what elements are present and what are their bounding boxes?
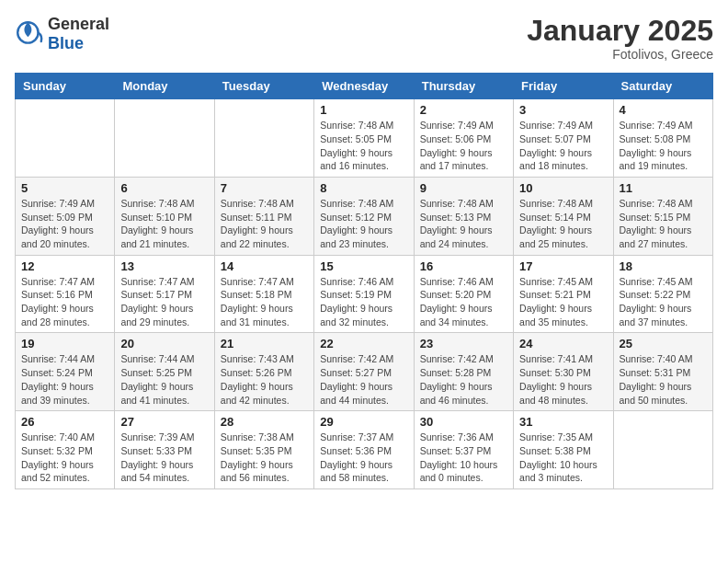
day-number: 23: [420, 337, 507, 350]
table-row: 29Sunrise: 7:37 AM Sunset: 5:36 PM Dayli…: [314, 411, 414, 489]
day-number: 28: [221, 415, 308, 429]
logo-general-text: General: [48, 15, 109, 33]
table-row: 19Sunrise: 7:44 AM Sunset: 5:24 PM Dayli…: [16, 333, 115, 411]
header-sunday: Sunday: [16, 74, 115, 99]
day-info: Sunrise: 7:49 AM Sunset: 5:09 PM Dayligh…: [21, 197, 108, 251]
day-number: 21: [221, 337, 308, 350]
day-info: Sunrise: 7:47 AM Sunset: 5:18 PM Dayligh…: [221, 275, 308, 329]
table-row: 3Sunrise: 7:49 AM Sunset: 5:07 PM Daylig…: [514, 99, 613, 178]
title-block: January 2025 Fotolivos, Greece: [527, 15, 713, 62]
table-row: 7Sunrise: 7:48 AM Sunset: 5:11 PM Daylig…: [214, 177, 313, 255]
day-info: Sunrise: 7:46 AM Sunset: 5:19 PM Dayligh…: [320, 275, 407, 329]
header: General Blue January 2025 Fotolivos, Gre…: [15, 15, 713, 62]
day-number: 8: [320, 181, 407, 195]
table-row: 27Sunrise: 7:39 AM Sunset: 5:33 PM Dayli…: [115, 411, 214, 489]
day-number: 29: [320, 415, 407, 429]
table-row: 17Sunrise: 7:45 AM Sunset: 5:21 PM Dayli…: [514, 255, 613, 333]
day-info: Sunrise: 7:42 AM Sunset: 5:28 PM Dayligh…: [420, 352, 507, 407]
table-row: 25Sunrise: 7:40 AM Sunset: 5:31 PM Dayli…: [613, 333, 712, 411]
table-row: 21Sunrise: 7:43 AM Sunset: 5:26 PM Dayli…: [214, 333, 313, 411]
table-row: 15Sunrise: 7:46 AM Sunset: 5:19 PM Dayli…: [314, 255, 414, 333]
calendar-week-row: 12Sunrise: 7:47 AM Sunset: 5:16 PM Dayli…: [16, 255, 713, 333]
table-row: 23Sunrise: 7:42 AM Sunset: 5:28 PM Dayli…: [414, 333, 513, 411]
day-number: 3: [519, 103, 607, 117]
day-number: 17: [519, 259, 607, 273]
logo-icon: [15, 19, 44, 49]
day-number: 27: [120, 415, 208, 429]
table-row: 24Sunrise: 7:41 AM Sunset: 5:30 PM Dayli…: [514, 333, 613, 411]
day-info: Sunrise: 7:49 AM Sunset: 5:08 PM Dayligh…: [620, 119, 707, 173]
day-number: 20: [120, 337, 208, 350]
day-number: 1: [320, 103, 407, 117]
header-saturday: Saturday: [613, 74, 712, 99]
header-friday: Friday: [514, 74, 613, 99]
day-info: Sunrise: 7:35 AM Sunset: 5:38 PM Dayligh…: [519, 431, 607, 485]
day-number: 22: [320, 337, 407, 350]
day-info: Sunrise: 7:48 AM Sunset: 5:12 PM Dayligh…: [320, 197, 407, 251]
day-info: Sunrise: 7:45 AM Sunset: 5:22 PM Dayligh…: [620, 275, 707, 329]
day-number: 10: [519, 181, 607, 195]
calendar-week-row: 1Sunrise: 7:48 AM Sunset: 5:05 PM Daylig…: [16, 99, 713, 178]
table-row: 14Sunrise: 7:47 AM Sunset: 5:18 PM Dayli…: [214, 255, 313, 333]
day-info: Sunrise: 7:49 AM Sunset: 5:06 PM Dayligh…: [420, 119, 507, 173]
day-number: 14: [221, 259, 308, 273]
day-info: Sunrise: 7:37 AM Sunset: 5:36 PM Dayligh…: [320, 431, 407, 485]
calendar-week-row: 26Sunrise: 7:40 AM Sunset: 5:32 PM Dayli…: [16, 411, 713, 489]
table-row: 5Sunrise: 7:49 AM Sunset: 5:09 PM Daylig…: [16, 177, 115, 255]
table-row: 28Sunrise: 7:38 AM Sunset: 5:35 PM Dayli…: [214, 411, 313, 489]
day-number: 16: [420, 259, 507, 273]
day-info: Sunrise: 7:48 AM Sunset: 5:14 PM Dayligh…: [519, 197, 607, 251]
table-row: [214, 99, 313, 178]
day-number: 18: [620, 259, 707, 273]
day-info: Sunrise: 7:48 AM Sunset: 5:05 PM Dayligh…: [320, 119, 407, 173]
day-info: Sunrise: 7:44 AM Sunset: 5:25 PM Dayligh…: [120, 352, 208, 407]
table-row: 30Sunrise: 7:36 AM Sunset: 5:37 PM Dayli…: [414, 411, 513, 489]
day-info: Sunrise: 7:44 AM Sunset: 5:24 PM Dayligh…: [21, 352, 108, 407]
table-row: 22Sunrise: 7:42 AM Sunset: 5:27 PM Dayli…: [314, 333, 414, 411]
table-row: [16, 99, 115, 178]
day-info: Sunrise: 7:40 AM Sunset: 5:31 PM Dayligh…: [620, 352, 707, 407]
day-number: 7: [221, 181, 308, 195]
day-number: 6: [120, 181, 208, 195]
table-row: 8Sunrise: 7:48 AM Sunset: 5:12 PM Daylig…: [314, 177, 414, 255]
day-info: Sunrise: 7:43 AM Sunset: 5:26 PM Dayligh…: [221, 352, 308, 407]
day-number: 4: [620, 103, 707, 117]
header-tuesday: Tuesday: [214, 74, 313, 99]
calendar-week-row: 5Sunrise: 7:49 AM Sunset: 5:09 PM Daylig…: [16, 177, 713, 255]
day-number: 19: [21, 337, 108, 350]
table-row: 2Sunrise: 7:49 AM Sunset: 5:06 PM Daylig…: [414, 99, 513, 178]
header-wednesday: Wednesday: [314, 74, 414, 99]
table-row: 18Sunrise: 7:45 AM Sunset: 5:22 PM Dayli…: [613, 255, 712, 333]
day-number: 13: [120, 259, 208, 273]
day-info: Sunrise: 7:40 AM Sunset: 5:32 PM Dayligh…: [21, 431, 108, 485]
day-number: 31: [519, 415, 607, 429]
day-info: Sunrise: 7:38 AM Sunset: 5:35 PM Dayligh…: [221, 431, 308, 485]
day-number: 11: [620, 181, 707, 195]
header-thursday: Thursday: [414, 74, 513, 99]
day-info: Sunrise: 7:48 AM Sunset: 5:10 PM Dayligh…: [120, 197, 208, 251]
day-number: 9: [420, 181, 507, 195]
day-info: Sunrise: 7:39 AM Sunset: 5:33 PM Dayligh…: [120, 431, 208, 485]
day-number: 25: [620, 337, 707, 350]
month-title: January 2025: [527, 15, 713, 47]
page-container: General Blue January 2025 Fotolivos, Gre…: [15, 15, 713, 489]
day-number: 24: [519, 337, 607, 350]
table-row: 6Sunrise: 7:48 AM Sunset: 5:10 PM Daylig…: [115, 177, 214, 255]
day-info: Sunrise: 7:46 AM Sunset: 5:20 PM Dayligh…: [420, 275, 507, 329]
day-info: Sunrise: 7:36 AM Sunset: 5:37 PM Dayligh…: [420, 431, 507, 485]
table-row: [115, 99, 214, 178]
day-number: 2: [420, 103, 507, 117]
day-info: Sunrise: 7:47 AM Sunset: 5:16 PM Dayligh…: [21, 275, 108, 329]
table-row: 26Sunrise: 7:40 AM Sunset: 5:32 PM Dayli…: [16, 411, 115, 489]
day-number: 12: [21, 259, 108, 273]
day-info: Sunrise: 7:48 AM Sunset: 5:15 PM Dayligh…: [620, 197, 707, 251]
table-row: 31Sunrise: 7:35 AM Sunset: 5:38 PM Dayli…: [514, 411, 613, 489]
table-row: 1Sunrise: 7:48 AM Sunset: 5:05 PM Daylig…: [314, 99, 414, 178]
day-number: 15: [320, 259, 407, 273]
table-row: 9Sunrise: 7:48 AM Sunset: 5:13 PM Daylig…: [414, 177, 513, 255]
day-number: 30: [420, 415, 507, 429]
day-info: Sunrise: 7:48 AM Sunset: 5:11 PM Dayligh…: [221, 197, 308, 251]
location: Fotolivos, Greece: [527, 47, 713, 62]
day-info: Sunrise: 7:41 AM Sunset: 5:30 PM Dayligh…: [519, 352, 607, 407]
table-row: 4Sunrise: 7:49 AM Sunset: 5:08 PM Daylig…: [613, 99, 712, 178]
